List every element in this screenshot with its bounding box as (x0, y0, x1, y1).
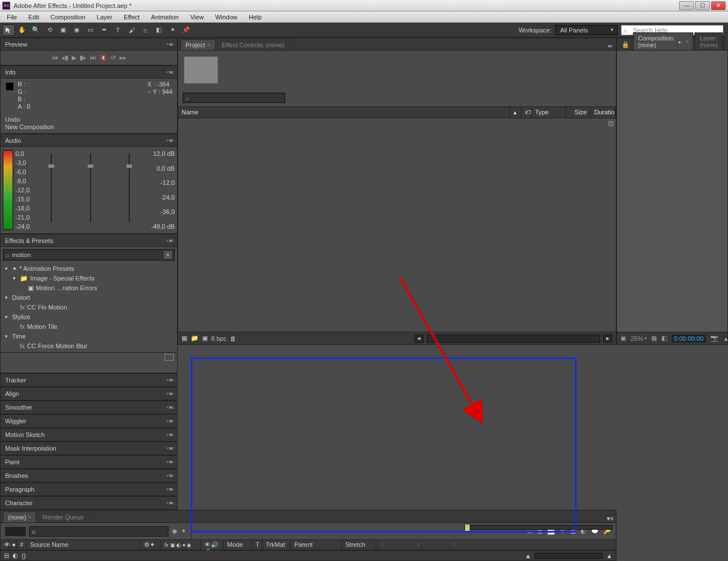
menu-composition[interactable]: Composition (45, 12, 91, 22)
effects-search[interactable]: ⌕ × (3, 249, 175, 261)
zoom-in-icon[interactable]: ▲ (606, 552, 612, 559)
col-trkmat[interactable]: TrkMat (262, 540, 291, 550)
mute-button[interactable]: 🔇 (100, 54, 108, 61)
effects-tree-item[interactable]: ▼Distort (1, 293, 177, 303)
col-parent[interactable]: Parent (291, 540, 342, 550)
col-label[interactable]: 🏷 (521, 107, 532, 118)
snapshot-icon[interactable]: 📷 (710, 335, 718, 342)
col-mode[interactable]: Mode (224, 540, 252, 550)
close-button[interactable]: ✕ (711, 1, 726, 10)
collapsed-panel-paragraph[interactable]: Paragraph×▾≡ (0, 482, 178, 496)
col-av[interactable]: 👁🔊🔒 (201, 540, 224, 550)
first-frame-button[interactable]: ⏮ (52, 54, 58, 61)
maximize-button[interactable]: ☐ (695, 1, 710, 10)
lock-icon[interactable]: 🔒 (619, 39, 632, 50)
chevron-down-icon[interactable] (677, 38, 681, 45)
panel-menu-icon[interactable]: ▾≡ (169, 391, 172, 397)
close-icon[interactable]: × (685, 39, 688, 44)
scroll-left-button[interactable]: ◂ (414, 335, 423, 343)
flowchart-icon[interactable]: ◫ (608, 119, 614, 127)
rotate-tool[interactable]: ⟲ (43, 24, 56, 36)
tab-footage[interactable]: Footage: (none) (724, 32, 728, 50)
tab-layer[interactable]: Layer: (none) (694, 32, 723, 50)
menu-help[interactable]: Help (243, 12, 268, 22)
audio-slider-left[interactable] (51, 154, 52, 222)
current-time[interactable]: 0:00:00:00 (672, 335, 706, 343)
play-button[interactable]: ▶ (72, 54, 76, 61)
time-ruler[interactable] (464, 525, 612, 530)
collapsed-panel-paint[interactable]: Paint×▾≡ (0, 455, 178, 469)
puppet-tool[interactable]: 📌 (180, 24, 192, 36)
h-scrollbar[interactable] (427, 335, 600, 343)
zoom-tool[interactable]: 🔍 (30, 24, 42, 36)
panel-menu-icon[interactable]: ▾≡ (169, 432, 172, 438)
col-fx[interactable]: fx ▣ ◐ ● ◉ ◑ (161, 540, 201, 550)
col-type[interactable]: Type (532, 107, 566, 118)
toggle-switches-icon[interactable]: ⊟ (4, 552, 9, 559)
col-name[interactable]: Name (178, 107, 510, 118)
eraser-tool[interactable]: ◧ (153, 24, 165, 36)
menu-window[interactable]: Window (209, 12, 243, 22)
clear-search-button[interactable]: × (164, 251, 172, 259)
effects-tree-item[interactable]: ▼Stylize (1, 312, 177, 322)
collapsed-panel-mask-interpolation[interactable]: Mask Interpolation×▾≡ (0, 442, 178, 455)
col-source-name[interactable]: Source Name (27, 540, 141, 550)
project-search[interactable]: ⌕ (183, 93, 285, 103)
collapsed-panel-smoother[interactable]: Smoother×▾≡ (0, 401, 178, 414)
grid-icon[interactable]: ▦ (651, 335, 657, 342)
last-frame-button[interactable]: ⏭ (90, 54, 96, 61)
panel-menu-icon[interactable]: ▾≡ (169, 486, 172, 492)
close-icon[interactable]: × (207, 42, 210, 48)
scroll-right-button[interactable]: ▸ (603, 335, 612, 343)
current-time-indicator[interactable] (465, 525, 470, 531)
clone-tool[interactable]: ⎌ (139, 24, 151, 36)
bpc-label[interactable]: 8 bpc (211, 335, 227, 342)
audio-slider-center[interactable] (90, 154, 91, 222)
panel-menu-icon[interactable]: ▾≡ (169, 500, 172, 506)
composition-viewer[interactable] (617, 51, 727, 332)
pan-behind-tool[interactable]: ◉ (71, 24, 83, 36)
panel-menu-icon[interactable]: ▾≡ (169, 418, 172, 424)
menu-view[interactable]: View (184, 12, 209, 22)
effects-tree-item[interactable]: ▣Motion …ration Errors (1, 283, 177, 293)
panel-menu-icon[interactable]: ▾≡ (169, 405, 172, 410)
shape-tool[interactable]: ▭ (84, 24, 97, 36)
new-bin-icon[interactable] (164, 354, 174, 361)
zoom-slider[interactable] (534, 553, 603, 559)
new-comp-icon[interactable]: ▣ (202, 335, 208, 342)
prev-frame-button[interactable]: ◂▮ (61, 54, 68, 61)
brush-tool[interactable]: 🖌 (125, 24, 138, 36)
panel-menu-icon[interactable]: ▾≡ (606, 42, 614, 50)
ram-preview-button[interactable]: ▸▸ (120, 54, 126, 61)
effects-tree-item[interactable]: fxMotion Tile (1, 322, 177, 332)
timeline-search[interactable]: ⌕ (29, 526, 168, 537)
audio-slider-right[interactable] (129, 154, 130, 222)
delete-icon[interactable]: 🗑 (230, 335, 236, 342)
always-preview-icon[interactable]: ▣ (620, 335, 626, 342)
toggle-in-out-icon[interactable]: {} (22, 552, 26, 559)
col-switches[interactable]: ⚙✦ (141, 540, 161, 550)
effects-tree-item[interactable]: ▼Time (1, 332, 177, 341)
timeline-timecode[interactable] (5, 527, 26, 536)
close-icon[interactable]: × (28, 514, 31, 520)
tab-timeline-none[interactable]: (none)× (3, 512, 36, 522)
zoom-out-icon[interactable]: ▲ (525, 552, 531, 559)
text-tool[interactable]: T (112, 24, 124, 36)
menu-effect[interactable]: Effect (118, 12, 145, 22)
col-sort[interactable]: ▴ (510, 107, 521, 118)
panel-menu-icon[interactable]: ▾≡ (169, 69, 172, 75)
col-num[interactable]: # (17, 540, 27, 550)
panel-menu-icon[interactable]: ▾≡ (169, 473, 172, 478)
collapsed-panel-tracker[interactable]: Tracker×▾≡ (0, 373, 178, 387)
panel-menu-icon[interactable]: ▾≡ (169, 138, 172, 143)
panel-menu-icon[interactable]: ▾≡ (169, 459, 172, 465)
panel-menu-icon[interactable]: ▾≡ (169, 377, 172, 383)
camera-tool[interactable]: ▣ (57, 24, 69, 36)
tab-project[interactable]: Project× (180, 39, 216, 50)
effects-search-input[interactable] (12, 251, 162, 258)
effects-tree-item[interactable]: ▼📁Image - Special Effects (1, 274, 177, 283)
next-frame-button[interactable]: ▮▸ (80, 54, 87, 61)
panel-menu-icon[interactable]: ▾≡ (607, 515, 614, 522)
pen-tool[interactable]: ✒ (98, 24, 110, 36)
tab-composition[interactable]: Composition: (none)× (633, 32, 693, 50)
